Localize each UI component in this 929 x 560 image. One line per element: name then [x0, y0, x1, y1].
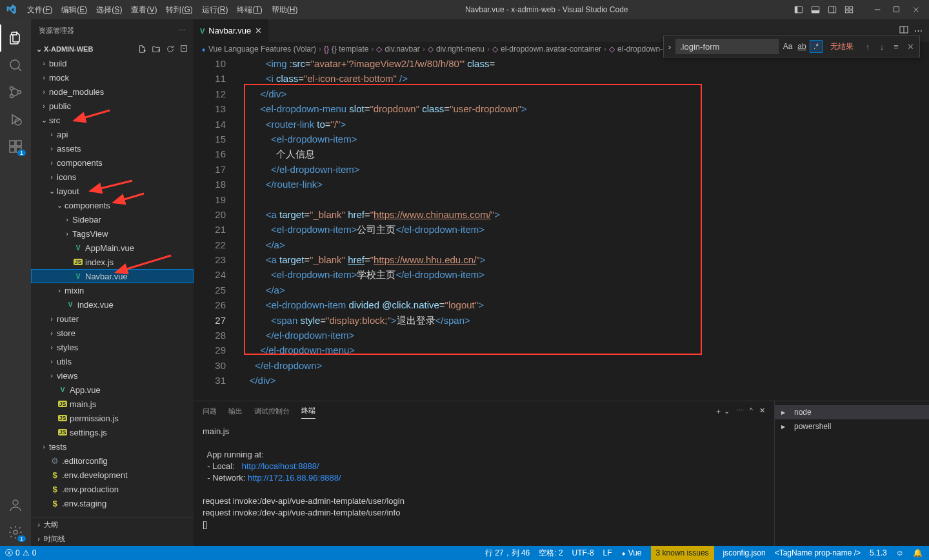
tab-navbar[interactable]: V Navbar.vue ✕ — [194, 19, 269, 42]
tree-item-icons[interactable]: ›icons — [31, 170, 194, 184]
debug-icon[interactable] — [0, 106, 31, 133]
status-tagname[interactable]: <TagName prop-name /> — [775, 548, 861, 557]
tree-item-utils[interactable]: ›utils — [31, 354, 194, 368]
status-encoding[interactable]: UTF-8 — [572, 548, 594, 557]
tree-item-.env.development[interactable]: $.env.development — [31, 468, 194, 482]
tab-close-icon[interactable]: ✕ — [255, 26, 262, 35]
maximize-icon[interactable] — [889, 2, 904, 17]
tree-item-.env.production[interactable]: $.env.production — [31, 482, 194, 496]
scm-icon[interactable] — [0, 79, 31, 106]
find-selection-icon[interactable]: ≡ — [890, 40, 903, 53]
tree-item-permission.js[interactable]: JSpermission.js — [31, 411, 194, 425]
panel-tab-2[interactable]: 调试控制台 — [254, 404, 290, 419]
tree-item-layout[interactable]: ⌄layout — [31, 184, 194, 198]
tree-item-.editorconfig[interactable]: ⚙.editorconfig — [31, 454, 194, 468]
layout-right-icon[interactable] — [824, 2, 840, 17]
minimize-icon[interactable] — [870, 2, 885, 17]
tree-item-node_modules[interactable]: ›node_modules — [31, 85, 194, 99]
tree-item-main.js[interactable]: JSmain.js — [31, 397, 194, 411]
tree-item-mock[interactable]: ›mock — [31, 70, 194, 85]
tree-item-index.js[interactable]: JSindex.js — [31, 255, 194, 269]
menu-run[interactable]: 运行(R) — [197, 5, 233, 15]
status-version[interactable]: 5.1.3 — [870, 548, 887, 557]
menu-file[interactable]: 文件(F) — [23, 5, 57, 15]
tab-more-icon[interactable]: ⋯ — [914, 26, 923, 35]
tree-item-App.vue[interactable]: VApp.vue — [31, 383, 194, 397]
tree-item-Navbar.vue[interactable]: VNavbar.vue — [31, 269, 194, 283]
tree-item-api[interactable]: ›api — [31, 127, 194, 141]
new-folder-icon[interactable] — [150, 43, 163, 55]
collapse-icon[interactable] — [178, 43, 191, 55]
menu-edit[interactable]: 编辑(E) — [57, 5, 92, 15]
timeline-section[interactable]: ›时间线 — [31, 532, 194, 546]
tree-item-AppMain.vue[interactable]: VAppMain.vue — [31, 241, 194, 255]
editor-body[interactable]: 1011121314151617181920212223242526272829… — [194, 56, 929, 401]
terminal-new-icon[interactable]: ＋ ⌄ — [715, 406, 730, 416]
tree-item-components[interactable]: ›components — [31, 155, 194, 170]
status-lang[interactable]: ⬥ Vue — [621, 548, 642, 557]
panel-tab-1[interactable]: 输出 — [228, 404, 243, 419]
menu-terminal[interactable]: 终端(T) — [232, 5, 266, 15]
project-header[interactable]: ⌄ X-ADMIN-WEB — [31, 42, 194, 56]
menu-goto[interactable]: 转到(G) — [161, 5, 197, 15]
tree-item-Sidebar[interactable]: ›Sidebar — [31, 212, 194, 226]
minimap[interactable] — [877, 93, 929, 401]
status-bell-icon[interactable]: 🔔 — [913, 548, 923, 557]
panel-tab-3[interactable]: 终端 — [301, 403, 315, 419]
regex-icon[interactable]: .* — [810, 40, 823, 53]
status-spaces[interactable]: 空格: 2 — [539, 548, 563, 559]
menu-help[interactable]: 帮助(H) — [267, 5, 303, 15]
layout-bottom-icon[interactable] — [808, 2, 823, 17]
match-case-icon[interactable]: Aa — [781, 40, 794, 53]
terminal-output[interactable]: main.js App running at: - Local: http://… — [194, 421, 774, 546]
extensions-icon[interactable]: 1 — [0, 133, 31, 160]
terminal-powershell[interactable]: ▸powershell — [775, 419, 929, 434]
terminal-node[interactable]: ▸node — [775, 405, 929, 419]
tree-item-assets[interactable]: ›assets — [31, 141, 194, 155]
find-toggle-icon[interactable]: › — [664, 35, 675, 57]
status-eol[interactable]: LF — [603, 548, 612, 557]
find-next-icon[interactable]: ↓ — [875, 40, 888, 53]
menu-select[interactable]: 选择(S) — [92, 5, 126, 15]
tree-item-.env.staging[interactable]: $.env.staging — [31, 496, 194, 510]
new-file-icon[interactable] — [135, 43, 148, 55]
status-jsconfig[interactable]: jsconfig.json — [723, 548, 766, 557]
tree-item-tests[interactable]: ›tests — [31, 439, 194, 454]
panel-maximize-icon[interactable]: ^ — [750, 406, 753, 416]
tree-item-settings.js[interactable]: JSsettings.js — [31, 425, 194, 439]
tree-item-src[interactable]: ⌄src — [31, 113, 194, 127]
whole-word-icon[interactable]: ab — [795, 40, 808, 53]
menu-view[interactable]: 查看(V) — [126, 5, 161, 15]
status-feedback-icon[interactable]: ☺ — [896, 548, 904, 557]
tree-item-mixin[interactable]: ›mixin — [31, 283, 194, 297]
close-icon[interactable] — [908, 2, 924, 17]
outline-section[interactable]: ›大纲 — [31, 517, 194, 532]
status-issues[interactable]: 3 known issues — [651, 546, 714, 560]
terminal-more-icon[interactable]: ⋯ — [736, 406, 743, 416]
account-icon[interactable] — [0, 492, 31, 519]
refresh-icon[interactable] — [164, 43, 177, 55]
find-input[interactable] — [675, 39, 779, 54]
tree-item-build[interactable]: ›build — [31, 56, 194, 70]
tree-item-store[interactable]: ›store — [31, 326, 194, 340]
tree-item-components[interactable]: ⌄components — [31, 198, 194, 212]
status-cursor[interactable]: 行 27，列 46 — [485, 548, 530, 559]
layout-grid-icon[interactable] — [841, 2, 857, 17]
status-problems[interactable]: ⓧ 0 ⚠ 0 — [5, 548, 36, 559]
file-tree[interactable]: ›build›mock›node_modules›public⌄src›api›… — [31, 56, 194, 517]
explorer-more-icon[interactable]: ⋯ — [179, 26, 186, 35]
panel-close-icon[interactable]: ✕ — [759, 406, 765, 416]
tree-item-TagsView[interactable]: ›TagsView — [31, 226, 194, 241]
find-prev-icon[interactable]: ↑ — [861, 40, 874, 53]
explorer-icon[interactable] — [0, 25, 31, 52]
tree-item-router[interactable]: ›router — [31, 312, 194, 326]
panel-tab-0[interactable]: 问题 — [203, 404, 217, 419]
tree-item-index.vue[interactable]: Vindex.vue — [31, 297, 194, 312]
find-close-icon[interactable]: ✕ — [904, 40, 917, 53]
tree-item-styles[interactable]: ›styles — [31, 340, 194, 354]
tree-item-views[interactable]: ›views — [31, 368, 194, 383]
layout-left-icon[interactable] — [791, 2, 806, 17]
search-activity-icon[interactable] — [0, 52, 31, 79]
settings-icon[interactable]: 1 — [0, 519, 31, 546]
tree-item-public[interactable]: ›public — [31, 99, 194, 113]
